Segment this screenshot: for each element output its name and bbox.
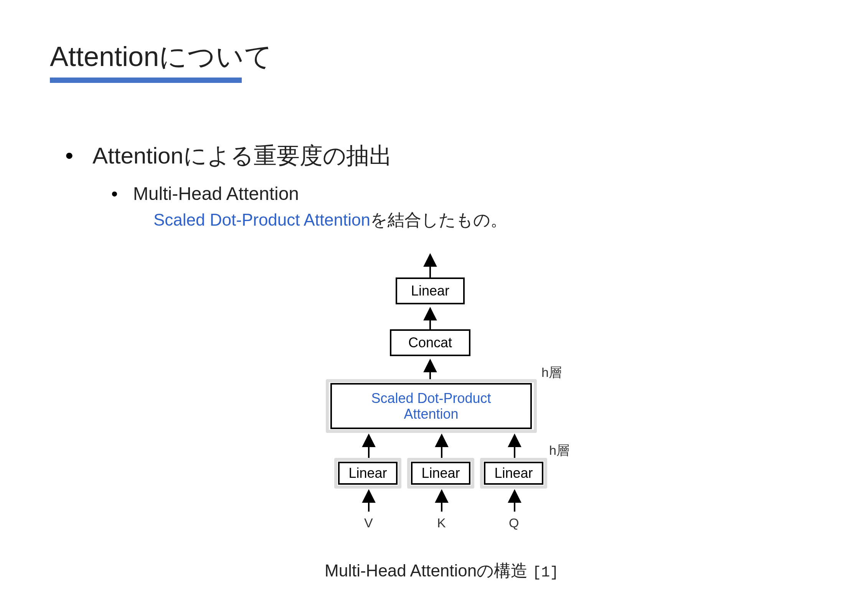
sdpa-line2: Attention — [404, 406, 458, 422]
label-q: Q — [509, 515, 519, 530]
main-bullet-text: Attentionによる重要度の抽出 — [92, 140, 392, 172]
label-h-lower: h層 — [549, 442, 569, 459]
box-linear-k: Linear — [411, 462, 470, 485]
sdpa-line1: Scaled Dot-Product — [371, 390, 491, 406]
sub-bullet-dot: • — [111, 185, 118, 203]
label-v: V — [364, 515, 373, 530]
label-k: K — [437, 515, 446, 530]
diagram-caption: Multi-Head Attentionの構造 [1] — [325, 560, 559, 582]
box-concat: Concat — [390, 329, 470, 356]
box-linear-top: Linear — [396, 277, 465, 304]
diagram-container: Linear Concat Scaled Dot-Product Attenti… — [65, 251, 818, 550]
caption-text: Multi-Head Attentionの構造 — [325, 561, 532, 580]
title-underline — [50, 78, 242, 83]
description-line: Scaled Dot-Product Attentionを結合したもの。 — [153, 209, 818, 231]
caption-row: Multi-Head Attentionの構造 [1] — [65, 560, 818, 582]
label-h-upper: h層 — [541, 364, 562, 381]
desc-plain-text: を結合したもの。 — [370, 210, 507, 229]
desc-link-text: Scaled Dot-Product Attention — [153, 210, 370, 229]
content-area: • Attentionによる重要度の抽出 • Multi-Head Attent… — [65, 140, 818, 582]
caption-ref: [1] — [533, 564, 559, 581]
box-linear-v: Linear — [338, 462, 398, 485]
sub-bullet-row: • Multi-Head Attention — [111, 183, 818, 204]
box-sdpa: Scaled Dot-Product Attention — [330, 383, 532, 429]
multi-head-attention-diagram: Linear Concat Scaled Dot-Product Attenti… — [296, 251, 587, 550]
slide-title: Attentionについて — [50, 38, 818, 75]
bullet-dot: • — [65, 144, 73, 167]
sub-bullet-text: Multi-Head Attention — [133, 183, 299, 204]
main-bullet-row: • Attentionによる重要度の抽出 — [65, 140, 818, 172]
box-linear-q: Linear — [484, 462, 543, 485]
